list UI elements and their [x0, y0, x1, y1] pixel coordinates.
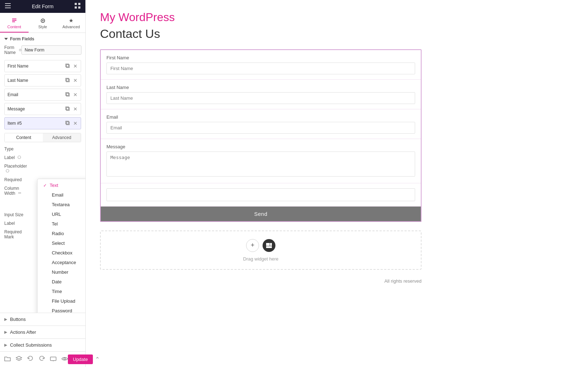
undo-icon[interactable] — [27, 356, 34, 363]
sidebar-header: Edit Form — [0, 0, 85, 13]
svg-point-22 — [6, 169, 9, 172]
svg-marker-9 — [4, 38, 8, 40]
email-input[interactable] — [106, 122, 415, 134]
first-name-input[interactable] — [106, 63, 415, 74]
svg-rect-14 — [66, 78, 69, 81]
bottom-toolbar: Update ⌃ — [0, 351, 85, 367]
svg-rect-30 — [270, 243, 272, 246]
send-button[interactable]: Send — [101, 207, 421, 221]
first-name-label: First Name — [106, 55, 415, 60]
field-row-last-name-actions: ✕ — [65, 77, 78, 84]
item-tab-advanced[interactable]: Advanced — [43, 133, 81, 142]
contact-form: First Name Last Name Email Message Send — [100, 49, 422, 222]
field-row-last-name[interactable]: Last Name ✕ — [4, 74, 81, 86]
main-content: My WordPress Contact Us First Name Last … — [86, 0, 588, 367]
message-textarea[interactable] — [106, 152, 415, 177]
template-widget-button[interactable] — [263, 239, 275, 252]
sidebar-title: Edit Form — [32, 4, 54, 9]
field-row-email[interactable]: Email ✕ — [4, 89, 81, 101]
chevron-buttons-icon: ▶ — [4, 317, 7, 322]
field-row-actions: ✕ — [65, 63, 78, 69]
grid-icon[interactable] — [75, 3, 80, 10]
tab-advanced[interactable]: Advanced — [57, 16, 85, 33]
page-title: Contact Us — [100, 27, 574, 41]
delete-last-name[interactable]: ✕ — [73, 77, 78, 84]
dropdown-item-time[interactable]: Time — [38, 287, 85, 296]
form-name-input[interactable] — [21, 45, 81, 55]
section-collect-submissions[interactable]: ▶ Collect Submissions — [0, 338, 85, 351]
svg-rect-5 — [75, 6, 77, 9]
required-label: Required — [4, 177, 29, 182]
label-row: Label — [4, 155, 81, 160]
layers-icon[interactable] — [16, 356, 22, 363]
svg-rect-12 — [66, 64, 69, 67]
svg-rect-13 — [66, 79, 69, 82]
dropdown-item-file-upload[interactable]: File Upload — [38, 296, 85, 306]
delete-first-name[interactable]: ✕ — [73, 63, 78, 69]
field-row-item5-actions: ✕ — [65, 120, 78, 127]
duplicate-email[interactable] — [65, 92, 71, 98]
form-name-row: Form Name — [4, 45, 81, 55]
dropdown-item-date[interactable]: Date — [38, 277, 85, 287]
dropdown-item-select[interactable]: Select — [38, 238, 85, 248]
item-tab-content[interactable]: Content — [5, 133, 43, 142]
field-row-message[interactable]: Message ✕ — [4, 103, 81, 115]
svg-rect-17 — [66, 108, 69, 110]
section-buttons[interactable]: ▶ Buttons — [0, 313, 85, 326]
svg-rect-1 — [5, 5, 11, 6]
item-sub-tabs: Content Advanced — [4, 133, 81, 142]
message-label: Message — [106, 144, 415, 149]
svg-rect-0 — [5, 3, 11, 4]
dropdown-item-password[interactable]: Password — [38, 306, 85, 313]
delete-message[interactable]: ✕ — [73, 106, 78, 112]
dropdown-item-number[interactable]: Number — [38, 267, 85, 277]
section-actions-after[interactable]: ▶ Actions After — [0, 326, 85, 338]
footer-text: All rights reserved — [100, 278, 422, 284]
duplicate-message[interactable] — [65, 106, 71, 112]
field-row-item5[interactable]: Item #5 ✕ — [4, 117, 81, 129]
svg-rect-15 — [66, 93, 69, 96]
redo-icon[interactable] — [39, 356, 45, 363]
tab-content[interactable]: Content — [0, 16, 29, 33]
type-dropdown-menu: ✓ Text Email Textarea URL Tel Radio — [37, 179, 85, 313]
expand-button[interactable]: ⌃ — [95, 356, 100, 363]
update-button[interactable]: Update — [68, 354, 93, 364]
responsive-icon[interactable] — [50, 356, 56, 363]
duplicate-last-name[interactable] — [65, 78, 71, 83]
form-field-empty — [101, 183, 421, 207]
dropdown-item-radio[interactable]: Radio — [38, 229, 85, 238]
site-title: My WordPress — [100, 11, 574, 24]
field-row-first-name[interactable]: First Name ✕ — [4, 60, 81, 72]
tab-advanced-label: Advanced — [63, 25, 80, 29]
field-label: Label — [4, 221, 29, 226]
svg-rect-3 — [75, 3, 77, 5]
dropdown-item-checkbox[interactable]: Checkbox — [38, 248, 85, 258]
last-name-input[interactable] — [106, 92, 415, 104]
delete-item5[interactable]: ✕ — [73, 120, 78, 127]
hamburger-icon[interactable] — [5, 3, 11, 10]
form-fields-section-title: Form Fields — [4, 36, 81, 41]
drag-text: Drag widget here — [243, 256, 279, 262]
dropdown-item-textarea[interactable]: Textarea — [38, 200, 85, 209]
tab-style[interactable]: Style — [29, 16, 57, 33]
dropdown-item-text[interactable]: ✓ Text — [38, 180, 85, 190]
duplicate-item5[interactable] — [65, 120, 71, 126]
eye-icon[interactable] — [61, 356, 68, 363]
dropdown-item-email[interactable]: Email — [38, 190, 85, 200]
add-widget-button[interactable]: + — [246, 239, 259, 252]
empty-input — [106, 188, 415, 201]
placeholder-row: Placeholder — [4, 164, 81, 174]
dropdown-item-acceptance[interactable]: Acceptance — [38, 258, 85, 267]
last-name-label: Last Name — [106, 85, 415, 90]
chevron-actions-icon: ▶ — [4, 330, 7, 334]
duplicate-first-name[interactable] — [65, 63, 71, 69]
svg-rect-29 — [266, 243, 270, 246]
form-name-label: Form Name — [4, 45, 21, 55]
svg-rect-11 — [66, 65, 69, 68]
dropdown-item-url[interactable]: URL — [38, 209, 85, 219]
delete-email[interactable]: ✕ — [73, 91, 78, 98]
folder-icon[interactable] — [4, 356, 11, 363]
svg-point-8 — [42, 20, 44, 21]
form-field-email: Email — [101, 109, 421, 139]
dropdown-item-tel[interactable]: Tel — [38, 219, 85, 229]
